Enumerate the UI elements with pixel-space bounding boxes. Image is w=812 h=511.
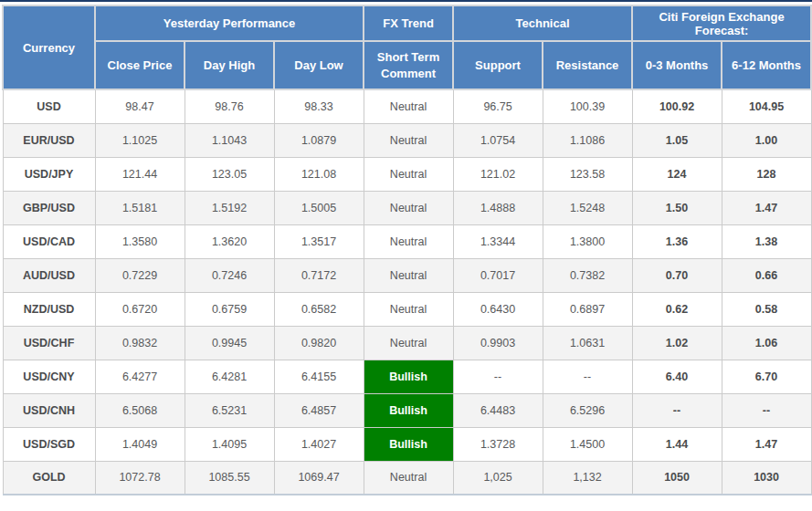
col-header-day-high: Day High <box>185 41 274 89</box>
fx-trend-cell: Neutral <box>364 461 453 495</box>
forecast-6-12-cell: 0.66 <box>722 258 811 292</box>
day-high-cell: 98.76 <box>185 89 274 123</box>
support-cell: 1.4888 <box>453 191 543 224</box>
day-high-cell: 1085.55 <box>185 461 274 495</box>
currency-cell: USD/CNY <box>3 360 95 393</box>
table-row: EUR/USD1.10251.10431.0879Neutral1.07541.… <box>3 123 811 157</box>
table-row: USD/JPY121.44123.05121.08Neutral121.0212… <box>3 157 811 191</box>
support-cell: -- <box>453 360 543 393</box>
table-row: USD/CAD1.35801.36201.3517Neutral1.33441.… <box>3 224 811 258</box>
header-sub-row: Close Price Day High Day Low Short Term … <box>3 41 811 89</box>
support-cell: 6.4483 <box>453 393 543 427</box>
col-group-fx-trend: FX Trend <box>364 5 453 41</box>
fx-trend-cell: Neutral <box>364 224 453 258</box>
day-low-cell: 0.6582 <box>274 292 364 326</box>
fx-table-container: Currency Yesterday Performance FX Trend … <box>0 2 812 495</box>
forecast-0-3-cell: 124 <box>632 157 722 191</box>
forecast-0-3-cell: 1050 <box>632 461 722 495</box>
day-low-cell: 0.9820 <box>274 326 364 360</box>
day-low-cell: 6.4857 <box>274 393 364 427</box>
forecast-6-12-cell: 1.38 <box>722 224 811 258</box>
resistance-cell: 100.39 <box>543 89 632 123</box>
close-price-cell: 0.6720 <box>95 292 185 326</box>
currency-cell: EUR/USD <box>3 123 95 157</box>
currency-cell: GBP/USD <box>3 191 95 224</box>
col-header-6-12-months: 6-12 Months <box>722 41 811 89</box>
table-row: USD/CNH6.50686.52316.4857Bullish6.44836.… <box>3 393 811 427</box>
close-price-cell: 1.3580 <box>95 224 185 258</box>
forecast-6-12-cell: 128 <box>722 157 811 191</box>
fx-trend-cell: Neutral <box>364 326 453 360</box>
day-high-cell: 6.5231 <box>185 393 274 427</box>
support-cell: 1.3728 <box>453 427 543 461</box>
support-cell: 0.9903 <box>453 326 543 360</box>
fx-trend-cell: Neutral <box>364 157 453 191</box>
forecast-6-12-cell: -- <box>722 393 811 427</box>
currency-cell: NZD/USD <box>3 292 95 326</box>
col-header-close-price: Close Price <box>95 41 185 89</box>
table-row: GBP/USD1.51811.51921.5005Neutral1.48881.… <box>3 191 811 224</box>
table-row: GOLD1072.781085.551069.47Neutral1,0251,1… <box>3 461 811 495</box>
forecast-6-12-cell: 0.58 <box>722 292 811 326</box>
forecast-0-3-cell: 1.36 <box>632 224 722 258</box>
forecast-0-3-cell: 1.02 <box>632 326 722 360</box>
day-high-cell: 0.6759 <box>185 292 274 326</box>
forecast-0-3-cell: 0.62 <box>632 292 722 326</box>
day-low-cell: 121.08 <box>274 157 364 191</box>
fx-trend-cell: Bullish <box>364 427 453 461</box>
forecast-6-12-cell: 1.06 <box>722 326 811 360</box>
currency-cell: AUD/USD <box>3 258 95 292</box>
support-cell: 1.3344 <box>453 224 543 258</box>
resistance-cell: 1.1086 <box>543 123 632 157</box>
currency-cell: USD <box>3 89 95 123</box>
day-high-cell: 1.1043 <box>185 123 274 157</box>
day-high-cell: 1.4095 <box>185 427 274 461</box>
close-price-cell: 0.7229 <box>95 258 185 292</box>
forecast-6-12-cell: 1.00 <box>722 123 811 157</box>
currency-cell: GOLD <box>3 461 95 495</box>
support-cell: 1,025 <box>453 461 543 495</box>
table-header: Currency Yesterday Performance FX Trend … <box>3 5 811 89</box>
forecast-0-3-cell: 6.40 <box>632 360 722 393</box>
col-header-resistance: Resistance <box>543 41 632 89</box>
day-high-cell: 6.4281 <box>185 360 274 393</box>
col-header-day-low: Day Low <box>274 41 364 89</box>
day-low-cell: 1.0879 <box>274 123 364 157</box>
table-row: NZD/USD0.67200.67590.6582Neutral0.64300.… <box>3 292 811 326</box>
currency-cell: USD/CAD <box>3 224 95 258</box>
col-group-yesterday-performance: Yesterday Performance <box>95 5 364 41</box>
day-high-cell: 1.5192 <box>185 191 274 224</box>
day-low-cell: 1.5005 <box>274 191 364 224</box>
col-header-0-3-months: 0-3 Months <box>632 41 722 89</box>
day-low-cell: 98.33 <box>274 89 364 123</box>
fx-trend-cell: Neutral <box>364 123 453 157</box>
resistance-cell: 1.4500 <box>543 427 632 461</box>
fx-trend-cell: Neutral <box>364 191 453 224</box>
forecast-0-3-cell: 1.44 <box>632 427 722 461</box>
resistance-cell: 1.0631 <box>543 326 632 360</box>
forecast-6-12-cell: 1.47 <box>722 191 811 224</box>
table-row: USD/SGD1.40491.40951.4027Bullish1.37281.… <box>3 427 811 461</box>
close-price-cell: 1.1025 <box>95 123 185 157</box>
resistance-cell: 0.7382 <box>543 258 632 292</box>
table-row: AUD/USD0.72290.72460.7172Neutral0.70170.… <box>3 258 811 292</box>
table-body: USD98.4798.7698.33Neutral96.75100.39100.… <box>3 89 811 495</box>
close-price-cell: 6.4277 <box>95 360 185 393</box>
page: Currency Yesterday Performance FX Trend … <box>0 0 812 511</box>
close-price-cell: 1.5181 <box>95 191 185 224</box>
day-low-cell: 1.3517 <box>274 224 364 258</box>
day-high-cell: 0.7246 <box>185 258 274 292</box>
support-cell: 121.02 <box>453 157 543 191</box>
resistance-cell: 6.5296 <box>543 393 632 427</box>
close-price-cell: 121.44 <box>95 157 185 191</box>
col-group-citi-forecast: Citi Foreign Exchange Forecast: <box>632 5 811 41</box>
forecast-6-12-cell: 104.95 <box>722 89 811 123</box>
fx-trend-cell: Bullish <box>364 360 453 393</box>
support-cell: 96.75 <box>453 89 543 123</box>
day-high-cell: 123.05 <box>185 157 274 191</box>
support-cell: 1.0754 <box>453 123 543 157</box>
forecast-0-3-cell: -- <box>632 393 722 427</box>
col-header-short-term-comment: Short Term Comment <box>364 41 453 89</box>
fx-trend-cell: Neutral <box>364 292 453 326</box>
fx-forecast-table: Currency Yesterday Performance FX Trend … <box>2 5 812 495</box>
